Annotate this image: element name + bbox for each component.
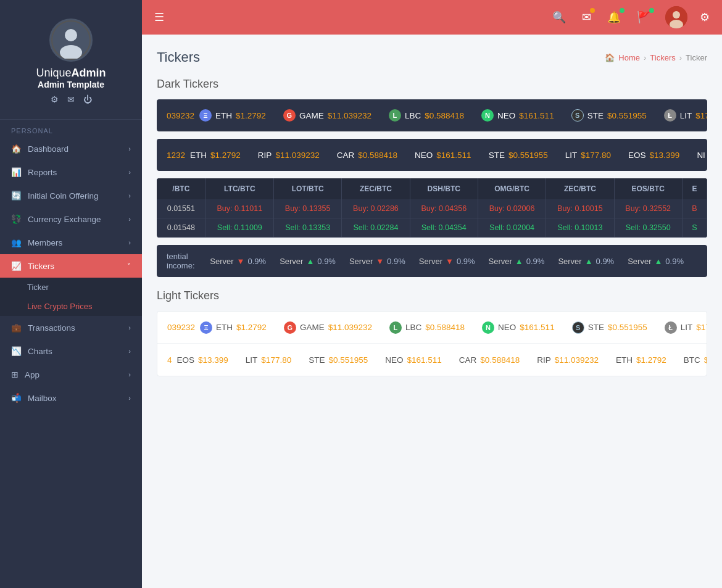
flag-badge — [649, 8, 654, 13]
breadcrumb: 🏠 Home › Tickers › Ticker — [605, 53, 707, 62]
ticker-id-1: 039232 — [167, 111, 194, 120]
col-lot-btc: LOT/BTC — [273, 178, 341, 199]
col-eos-btc: EOS/BTC — [614, 178, 682, 199]
col-omg-btc: OMG/BTC — [478, 178, 546, 199]
col-btc: /BTC — [157, 178, 205, 199]
ltc-buy: Buy: 0.11011 — [205, 199, 273, 218]
sidebar-subitem-live-crypto[interactable]: Live Crypto Prices — [0, 297, 142, 316]
main-area: ☰ 🔍 ✉ 🔔 🚩 ⚙ Tickers 🏠 Home › — [142, 0, 722, 588]
light-ticker-wrap: 039232 Ξ ETH $1.2792 G GAME $11.039232 L… — [157, 311, 707, 376]
light-ticker-row2: 4 EOS $13.399 LIT $177.80 STE $0.551955 … — [157, 344, 707, 376]
sidebar-section-personal: PERSONAL — [0, 120, 142, 137]
col-ltc-btc: LTC/BTC — [205, 178, 273, 199]
sidebar-item-reports[interactable]: 📊 Reports › — [0, 160, 142, 184]
content-area: Tickers 🏠 Home › Tickers › Ticker Dark T… — [142, 35, 722, 588]
chevron-right-icon: › — [128, 215, 131, 223]
light-eth-icon: Ξ — [200, 321, 212, 334]
sidebar-item-label: Charts — [28, 347, 52, 356]
gear-icon[interactable]: ⚙ — [700, 10, 710, 24]
topbar: ☰ 🔍 ✉ 🔔 🚩 ⚙ — [142, 0, 722, 35]
ticker2-eth: ETH $1.2792 — [190, 151, 241, 160]
income-label: tential income: — [167, 252, 197, 270]
light-eth: Ξ ETH $1.2792 — [200, 321, 267, 334]
sidebar-item-transactions[interactable]: 💼 Transactions › — [0, 316, 142, 339]
chevron-right-icon: › — [128, 324, 131, 331]
hamburger-icon[interactable]: ☰ — [154, 10, 164, 24]
sell-row: 0.01548 Sell: 0.11009 Sell: 0.13353 Sell… — [157, 218, 707, 238]
sidebar-item-tickers[interactable]: 📈 Tickers ˅ — [0, 254, 142, 278]
sidebar-item-dashboard[interactable]: 🏠 Dashboard › — [0, 137, 142, 160]
sidebar-item-app[interactable]: ⊞ App › — [0, 363, 142, 386]
sidebar-item-ico[interactable]: 🔄 Initial Coin Offering › — [0, 184, 142, 207]
search-icon[interactable]: 🔍 — [552, 10, 566, 24]
chevron-right-icon: › — [128, 168, 131, 176]
income-item-1: Server ▼ 0.9% — [210, 257, 266, 266]
topbar-avatar[interactable] — [665, 6, 687, 28]
sidebar-item-label: Reports — [28, 168, 57, 177]
light-lbc: L LBC $0.588418 — [389, 321, 465, 334]
lit-icon: Ł — [664, 109, 676, 122]
ticker2-lit: LIT $177.80 — [565, 151, 611, 160]
server-label-6: Server — [558, 257, 581, 266]
server-label-1: Server — [210, 257, 233, 266]
breadcrumb-tickers[interactable]: Tickers — [650, 53, 675, 62]
dark-ticker-row1: 039232 Ξ ETH $1.2792 G GAME $11.039232 L… — [157, 99, 707, 131]
ltc-sell: Sell: 0.11009 — [205, 218, 273, 238]
ticker-lit: Ł LIT $177.80 — [664, 109, 707, 122]
lbc-icon: L — [389, 109, 401, 122]
flag-icon[interactable]: 🚩 — [637, 10, 650, 24]
page-header: Tickers 🏠 Home › Tickers › Ticker — [157, 49, 707, 65]
transactions-icon: 💼 — [11, 323, 22, 333]
breadcrumb-home[interactable]: Home — [618, 53, 640, 62]
order-book-ticker: /BTC LTC/BTC LOT/BTC ZEC/BTC DSH/BTC OMG… — [157, 178, 707, 238]
svg-point-1 — [65, 29, 77, 41]
sidebar-item-charts[interactable]: 📉 Charts › — [0, 339, 142, 363]
arrow-up-icon-2: ▲ — [515, 257, 523, 266]
dashboard-icon: 🏠 — [11, 144, 22, 154]
mail-badge — [590, 8, 595, 13]
ticker2-ste: STE $0.551955 — [489, 151, 548, 160]
breadcrumb-sep2: › — [679, 53, 682, 62]
sidebar-item-label: App — [25, 370, 39, 379]
sidebar-item-currency-exchange[interactable]: 💱 Currency Exchange › — [0, 207, 142, 231]
light-game: G GAME $11.039232 — [284, 321, 372, 334]
zec2-buy: Buy: 0.10015 — [546, 199, 614, 218]
breadcrumb-sep1: › — [644, 53, 646, 62]
arrow-down-icon: ▼ — [237, 257, 245, 266]
sidebar-item-label: Initial Coin Offering — [28, 191, 99, 201]
light-lbc-icon: L — [389, 321, 402, 334]
light-ste-icon: S — [572, 321, 584, 334]
income-pct-2: 0.9% — [317, 257, 336, 266]
btc-price: 0.01551 — [157, 199, 205, 218]
mail-icon[interactable]: ✉ — [67, 94, 75, 104]
light-ticker-id-2: 4 — [167, 355, 172, 365]
sidebar-item-mailbox[interactable]: 📬 Mailbox › — [0, 386, 142, 410]
ticker-eth: Ξ ETH $1.2792 — [199, 109, 266, 122]
dsh-sell: Sell: 0.04354 — [410, 218, 478, 238]
income-pct-3: 0.9% — [387, 257, 405, 266]
income-pct-4: 0.9% — [457, 257, 475, 266]
zec-sell: Sell: 0.02284 — [342, 218, 410, 238]
sidebar-item-members[interactable]: 👥 Members › — [0, 231, 142, 254]
income-item-5: Server ▲ 0.9% — [489, 257, 545, 266]
light-ticker-id-1: 039232 — [167, 323, 195, 332]
bell-icon[interactable]: 🔔 — [607, 10, 621, 24]
settings-icon[interactable]: ⚙ — [51, 94, 59, 104]
eth-icon: Ξ — [199, 109, 212, 122]
chevron-right-icon: › — [128, 394, 131, 402]
sidebar-item-label: Transactions — [28, 323, 75, 333]
zec2-sell: Sell: 0.10013 — [546, 218, 614, 238]
ticker2-neo: NEO $161.511 — [415, 151, 471, 160]
power-icon[interactable]: ⏻ — [83, 94, 92, 104]
currency-exchange-icon: 💱 — [11, 214, 22, 224]
income-pct-7: 0.9% — [665, 257, 684, 266]
light-ticker-row1: 039232 Ξ ETH $1.2792 G GAME $11.039232 L… — [157, 312, 707, 344]
avatar — [49, 19, 93, 62]
dark-ticker-row2: 1232 ETH $1.2792 RIP $11.039232 CAR $0.5… — [157, 139, 707, 171]
income-item-7: Server ▲ 0.9% — [628, 257, 684, 266]
light-neo-icon: N — [482, 321, 494, 334]
ticker-id-2: 1232 — [167, 151, 185, 160]
ticker-lbc: L LBC $0.588418 — [389, 109, 464, 122]
mail-notification-icon[interactable]: ✉ — [582, 10, 591, 24]
sidebar-subitem-ticker[interactable]: Ticker — [0, 278, 142, 297]
